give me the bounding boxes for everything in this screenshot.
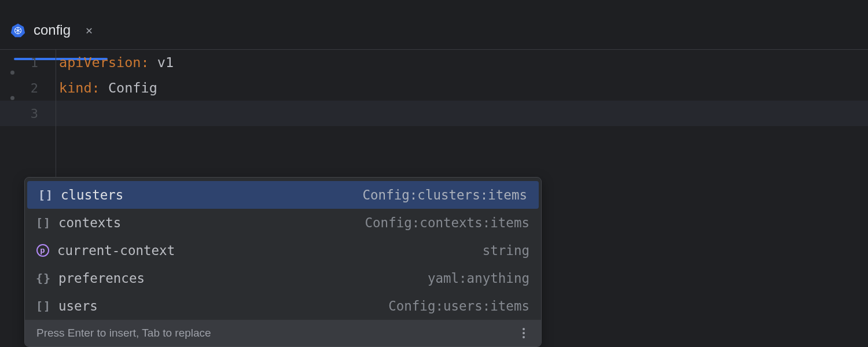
code-line[interactable]: kind: Config bbox=[58, 75, 868, 101]
completion-item-type: Config:clusters:items bbox=[363, 187, 527, 202]
array-icon bbox=[36, 216, 50, 230]
code-line[interactable]: apiVersion: v1 bbox=[58, 50, 868, 75]
kubernetes-icon bbox=[10, 23, 25, 38]
line-number: 1 bbox=[31, 56, 38, 70]
completion-item-type: string bbox=[483, 243, 529, 258]
completion-item-users[interactable]: users Config:users:items bbox=[25, 292, 541, 320]
gutter-line: 1 bbox=[0, 50, 56, 75]
completion-item-type: yaml:anything bbox=[428, 271, 529, 286]
completion-list: clusters Config:clusters:items contexts … bbox=[25, 178, 541, 320]
line-number: 2 bbox=[31, 81, 38, 95]
gutter-line: 3 bbox=[0, 101, 56, 126]
yaml-value: v1 bbox=[157, 54, 174, 71]
completion-item-contexts[interactable]: contexts Config:contexts:items bbox=[25, 209, 541, 237]
completion-item-label: users bbox=[58, 298, 98, 313]
object-icon bbox=[36, 271, 50, 285]
line-number: 3 bbox=[31, 106, 38, 121]
completion-item-label: preferences bbox=[58, 271, 145, 286]
code-line-active[interactable] bbox=[58, 101, 868, 126]
property-icon bbox=[36, 244, 49, 257]
yaml-value: Config bbox=[108, 80, 157, 96]
completion-hint: Press Enter to insert, Tab to replace bbox=[36, 327, 211, 339]
array-icon bbox=[39, 188, 53, 202]
completion-item-clusters[interactable]: clusters Config:clusters:items bbox=[27, 181, 539, 209]
yaml-key: kind bbox=[59, 80, 92, 96]
tab-config[interactable]: config ✕ bbox=[7, 13, 101, 47]
yaml-colon: : bbox=[92, 80, 100, 96]
editor-window: config ✕ 1 2 3 apiVersion: v1 bbox=[0, 0, 868, 347]
array-icon bbox=[36, 299, 50, 313]
completion-footer: Press Enter to insert, Tab to replace bbox=[25, 320, 541, 346]
kebab-menu-icon[interactable] bbox=[518, 327, 529, 339]
yaml-key: apiVersion bbox=[59, 54, 141, 71]
completion-item-label: clusters bbox=[61, 187, 123, 202]
completion-item-type: Config:users:items bbox=[388, 298, 529, 313]
completion-item-current-context[interactable]: current-context string bbox=[25, 237, 541, 264]
modified-line-dot bbox=[10, 71, 14, 75]
modified-line-dot bbox=[10, 96, 14, 100]
tab-title: config bbox=[34, 22, 71, 38]
completion-item-label: contexts bbox=[58, 215, 121, 230]
completion-popup: clusters Config:clusters:items contexts … bbox=[24, 177, 542, 347]
code-area[interactable]: apiVersion: v1 kind: Config bbox=[58, 50, 868, 126]
close-icon[interactable]: ✕ bbox=[86, 23, 93, 37]
completion-item-type: Config:contexts:items bbox=[365, 215, 529, 230]
yaml-colon: : bbox=[141, 54, 149, 71]
code-editor[interactable]: 1 2 3 apiVersion: v1 kind: Config bbox=[0, 50, 868, 347]
completion-item-preferences[interactable]: preferences yaml:anything bbox=[25, 264, 541, 292]
completion-item-label: current-context bbox=[57, 243, 175, 258]
gutter-line: 2 bbox=[0, 75, 56, 101]
tab-bar: config ✕ bbox=[0, 0, 868, 50]
